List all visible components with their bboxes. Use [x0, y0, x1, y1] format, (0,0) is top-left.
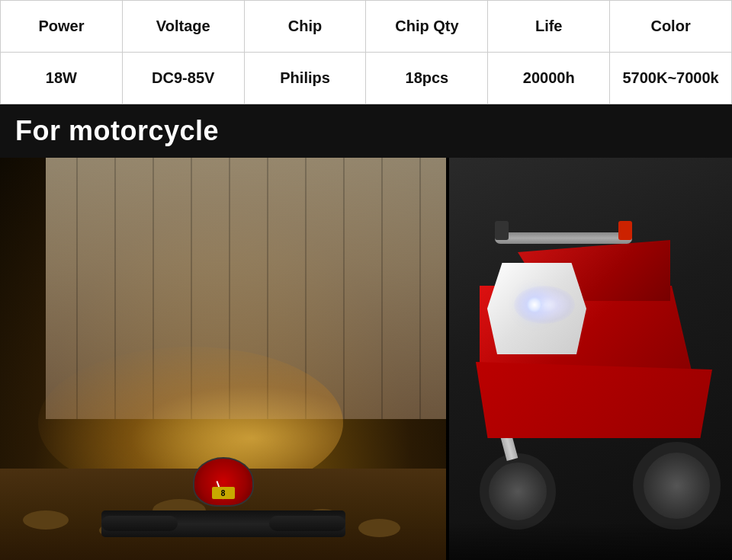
moto-dashboard: 8: [101, 461, 345, 537]
headlight-glow: [514, 286, 575, 324]
handlebar-end-left: [495, 221, 509, 240]
photo-right-inner: [449, 158, 732, 560]
handlebar-end-right: [618, 221, 632, 240]
cell-color: 5700K~7000k: [610, 53, 732, 104]
spec-table-section: Power Voltage Chip Chip Qty Life Color 1…: [0, 0, 732, 104]
wheel-rear: [633, 442, 721, 530]
banner-title: For motorcycle: [15, 115, 219, 146]
page-container: Power Voltage Chip Chip Qty Life Color 1…: [0, 0, 732, 560]
wheel-front: [480, 453, 556, 530]
dashboard-gauge: 8: [193, 457, 254, 507]
spec-table: Power Voltage Chip Chip Qty Life Color 1…: [0, 0, 732, 104]
wall-plank-8: [343, 158, 345, 419]
col-header-voltage: Voltage: [122, 1, 244, 53]
cell-voltage: DC9-85V: [122, 53, 244, 104]
cell-power: 18W: [1, 53, 123, 104]
wall-plank-10: [419, 158, 421, 419]
col-header-power: Power: [1, 1, 123, 53]
handlebar-left: [101, 516, 178, 531]
ground-shadow: [449, 522, 732, 560]
col-header-chip-qty: Chip Qty: [366, 1, 488, 53]
cell-chip: Philips: [244, 53, 366, 104]
table-header-row: Power Voltage Chip Chip Qty Life Color: [1, 1, 732, 53]
motorcycle-banner: For motorcycle: [0, 104, 732, 158]
handlebars-moto: [495, 232, 632, 244]
cell-chip-qty: 18pcs: [366, 53, 488, 104]
photo-dirt-bike: [449, 158, 732, 560]
col-header-chip: Chip: [244, 1, 366, 53]
rock-1: [23, 510, 69, 530]
photo-left-inner: 8: [0, 158, 446, 560]
headlight-center: [527, 297, 542, 312]
col-header-color: Color: [610, 1, 732, 53]
handlebar: [101, 510, 345, 537]
wall-plank-9: [381, 158, 383, 419]
handlebar-right: [269, 516, 345, 531]
rock-6: [358, 519, 400, 537]
photo-dashboard: 8: [0, 158, 446, 560]
gauge-display: 8: [212, 487, 235, 499]
cell-life: 20000h: [488, 53, 610, 104]
bike-panel-lower: [476, 362, 712, 438]
table-row: 18W DC9-85V Philips 18pcs 20000h 5700K~7…: [1, 53, 732, 104]
photos-section: 8: [0, 158, 732, 560]
bike-body: [472, 240, 724, 530]
col-header-life: Life: [488, 1, 610, 53]
